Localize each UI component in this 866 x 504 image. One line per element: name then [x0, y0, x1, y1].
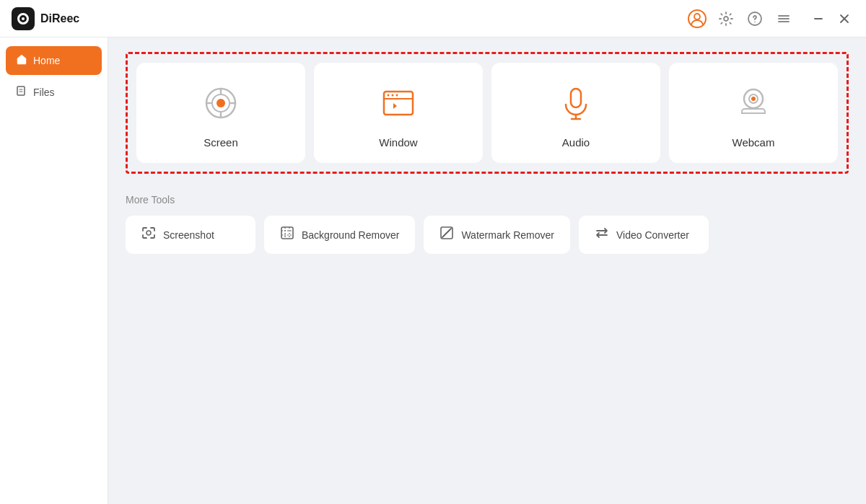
window-controls [808, 9, 854, 29]
help-icon[interactable] [745, 9, 765, 29]
svg-rect-11 [17, 87, 25, 95]
app-logo-inner [17, 13, 29, 25]
svg-point-16 [216, 99, 225, 107]
audio-icon [553, 80, 599, 126]
main-layout: Home Files [0, 37, 866, 504]
svg-point-1 [694, 14, 700, 19]
window-icon [375, 80, 421, 126]
webcam-label: Webcam [732, 136, 775, 149]
titlebar: DiReec [0, 0, 866, 37]
minimize-button[interactable] [808, 9, 828, 29]
sidebar-files-label: Files [33, 87, 55, 98]
svg-point-33 [146, 231, 151, 235]
close-button[interactable] [834, 9, 854, 29]
tools-grid: Screenshot Background Remover [126, 216, 849, 254]
watermark-remover-icon [439, 226, 454, 244]
settings-icon[interactable] [716, 9, 736, 29]
audio-card[interactable]: Audio [491, 63, 660, 163]
menu-icon[interactable] [774, 9, 794, 29]
more-tools-title: More Tools [126, 194, 849, 205]
content-area: Screen Window [108, 37, 866, 504]
svg-point-23 [388, 94, 390, 97]
titlebar-left: DiReec [12, 7, 79, 30]
screen-label: Screen [204, 136, 238, 149]
files-icon [16, 85, 27, 100]
sidebar: Home Files [0, 37, 108, 504]
app-title: DiReec [40, 12, 79, 25]
sidebar-home-label: Home [33, 55, 60, 66]
bg-remover-icon [280, 226, 294, 244]
bg-remover-label: Background Remover [302, 229, 399, 241]
user-icon[interactable] [687, 9, 707, 29]
video-converter-icon [595, 226, 609, 244]
svg-point-2 [724, 17, 728, 21]
svg-rect-26 [571, 89, 581, 107]
video-converter-label: Video Converter [616, 229, 689, 241]
sidebar-item-files[interactable]: Files [6, 78, 102, 107]
bg-remover-tool[interactable]: Background Remover [264, 216, 415, 254]
window-label: Window [379, 136, 417, 149]
svg-point-4 [754, 21, 756, 22]
screenshot-icon [141, 226, 156, 244]
svg-rect-34 [281, 227, 293, 239]
home-icon [16, 53, 27, 68]
svg-point-31 [751, 97, 756, 101]
svg-point-24 [392, 94, 394, 97]
video-converter-tool[interactable]: Video Converter [579, 216, 709, 254]
watermark-remover-label: Watermark Remover [461, 229, 554, 241]
watermark-remover-tool[interactable]: Watermark Remover [424, 216, 570, 254]
screenshot-tool[interactable]: Screenshot [126, 216, 255, 254]
screen-card[interactable]: Screen [136, 63, 305, 163]
svg-point-25 [396, 94, 398, 97]
recording-grid: Screen Window [136, 63, 838, 163]
webcam-card[interactable]: Webcam [669, 63, 838, 163]
sidebar-item-home[interactable]: Home [6, 46, 102, 75]
more-tools-section: More Tools Screenshot [126, 194, 849, 254]
webcam-icon [730, 80, 777, 126]
screenshot-label: Screenshot [163, 229, 214, 241]
titlebar-right [687, 9, 854, 29]
screen-icon [198, 80, 244, 126]
window-card[interactable]: Window [314, 63, 483, 163]
audio-label: Audio [562, 136, 590, 149]
app-logo [12, 7, 35, 30]
recording-section: Screen Window [126, 52, 849, 174]
